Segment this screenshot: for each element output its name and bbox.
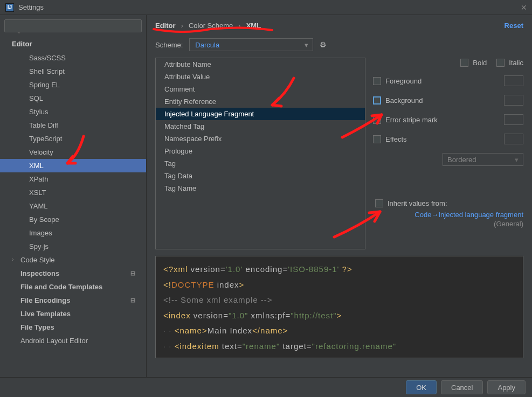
tree-item-yaml[interactable]: YAML [0,199,146,213]
tree-item-file-types[interactable]: File Types [0,321,146,334]
effects-checkbox[interactable]: Effects [373,135,407,143]
tree-item-images[interactable]: Images [0,226,146,240]
scheme-dropdown[interactable]: Darcula [189,38,313,51]
chevron-right-icon: › [12,256,13,262]
checkbox-icon [373,135,381,143]
inherit-link[interactable]: Code→Injected language fragment [414,211,523,219]
tree-item-sass-scss[interactable]: Sass/SCSS [0,51,146,65]
checkbox-icon [373,116,381,124]
tree-item-live-templates[interactable]: Live Templates [0,307,146,321]
error-stripe-swatch[interactable] [504,114,523,125]
attribute-item-attribute-value[interactable]: Attribute Value [156,71,365,83]
breadcrumb: Editor › Color Scheme › XML Reset [155,22,523,30]
background-checkbox[interactable]: Background [373,96,423,105]
tree-item-file-encodings[interactable]: File Encodings⊟ [0,294,146,307]
attribute-list[interactable]: Attribute NameAttribute ValueCommentEnti… [155,58,365,249]
background-swatch[interactable] [504,95,523,106]
scheme-label: Scheme: [155,41,183,49]
inherit-checkbox[interactable] [375,199,383,207]
checkbox-icon [460,59,468,67]
close-icon[interactable]: × [521,3,527,12]
tree-item-spy-js[interactable]: Spy-js [0,240,146,253]
tree-item-label: XML [29,162,44,170]
tree-item-file-and-code-templates[interactable]: File and Code Templates [0,280,146,294]
attribute-item-tag-data[interactable]: Tag Data [156,170,365,182]
attribute-item-comment[interactable]: Comment [156,83,365,95]
tree-item-label: SQL [29,94,43,102]
tree-item-label: By Scope [29,215,59,224]
tree-item-typescript[interactable]: TypeScript [0,132,146,145]
breadcrumb-color-scheme[interactable]: Color Scheme [189,22,233,30]
tree-item-label: XSLT [29,189,46,197]
tree-item-xslt[interactable]: XSLT [0,186,146,199]
tree-item-inspections[interactable]: Inspections⊟ [0,267,146,280]
tree-item-code-style[interactable]: ›Code Style [0,253,146,267]
reset-link[interactable]: Reset [505,22,523,30]
tree-item-label: TypeScript [29,135,62,143]
ok-button[interactable]: OK [406,380,437,394]
foreground-checkbox[interactable]: Foreground [373,77,422,85]
tree-item-label: Stylus [29,108,48,116]
tree-item-stylus[interactable]: Stylus [0,105,146,119]
bold-checkbox[interactable]: Bold [460,59,487,67]
settings-tree[interactable]: Editor Sass/SCSSShell ScriptSpring ELSQL… [0,37,146,377]
attribute-item-matched-tag[interactable]: Matched Tag [156,120,365,133]
tree-item-xpath[interactable]: XPath [0,172,146,186]
tree-item-label: Inspections [20,269,59,277]
inherit-label: Inherit values from: [388,199,447,207]
tree-item-label: File Encodings [20,296,70,304]
checkbox-icon [373,96,381,105]
breadcrumb-editor[interactable]: Editor [155,22,176,30]
chevron-right-icon: › [238,22,240,30]
attribute-item-prologue[interactable]: Prologue [156,145,365,157]
attribute-item-namespace-prefix[interactable]: Namespace Prefix [156,133,365,145]
tree-item-label: Live Templates [20,310,71,318]
gear-icon[interactable]: ⚙ [320,40,327,49]
italic-checkbox[interactable]: Italic [496,59,523,67]
tree-item-label: File and Code Templates [20,283,102,291]
settings-sidebar: 🔍 Editor Sass/SCSSShell ScriptSpring ELS… [0,15,147,377]
effects-type-dropdown[interactable]: Bordered [443,153,523,166]
tree-item-label: Shell Script [29,67,65,75]
attribute-item-injected-language-fragment[interactable]: Injected Language Fragment [156,108,365,120]
inherit-sublabel: (General) [373,220,523,228]
tree-item-xml[interactable]: XML [0,159,146,172]
chevron-right-icon: › [181,22,183,30]
tree-item-label: XPath [29,175,48,183]
attribute-item-tag[interactable]: Tag [156,157,365,170]
scheme-value: Darcula [195,41,219,49]
cancel-button[interactable]: Cancel [441,380,483,394]
search-input[interactable] [4,19,142,32]
tree-item-label: YAML [29,202,47,210]
tree-item-label: Spy-js [29,242,49,250]
error-stripe-checkbox[interactable]: Error stripe mark [373,116,438,124]
window-title: Settings [18,3,44,11]
tree-item-label: Android Layout Editor [20,337,88,345]
tree-item-label: File Types [20,323,54,331]
tree-item-spring-el[interactable]: Spring EL [0,78,146,92]
tree-item-label: Code Style [20,256,55,264]
tree-item-velocity[interactable]: Velocity [0,145,146,159]
tree-item-android-layout-editor[interactable]: Android Layout Editor [0,334,146,347]
tree-item-label: Images [29,229,52,237]
foreground-swatch[interactable] [504,75,523,86]
checkbox-icon [373,77,381,85]
attribute-item-entity-reference[interactable]: Entity Reference [156,95,365,108]
tree-item-by-scope[interactable]: By Scope [0,213,146,226]
tree-item-label: Velocity [29,148,53,156]
attribute-item-attribute-name[interactable]: Attribute Name [156,58,365,71]
checkbox-icon [496,59,505,67]
code-preview: <?xml version='1.0' encoding='ISO-8859-1… [155,256,523,358]
tree-item-shell-script[interactable]: Shell Script [0,65,146,78]
tree-item-label: Sass/SCSS [29,54,66,62]
tree-item-label: Table Diff [29,121,58,129]
effects-swatch[interactable] [504,134,523,144]
options-panel: Bold Italic Foreground Background Error … [373,58,523,249]
breadcrumb-xml: XML [246,22,261,30]
tree-item-sql[interactable]: SQL [0,92,146,105]
attribute-item-tag-name[interactable]: Tag Name [156,182,365,194]
apply-button[interactable]: Apply [487,380,526,394]
tree-item-label: Spring EL [29,81,60,89]
tree-item-table-diff[interactable]: Table Diff [0,119,146,132]
config-icon: ⊟ [130,297,135,304]
